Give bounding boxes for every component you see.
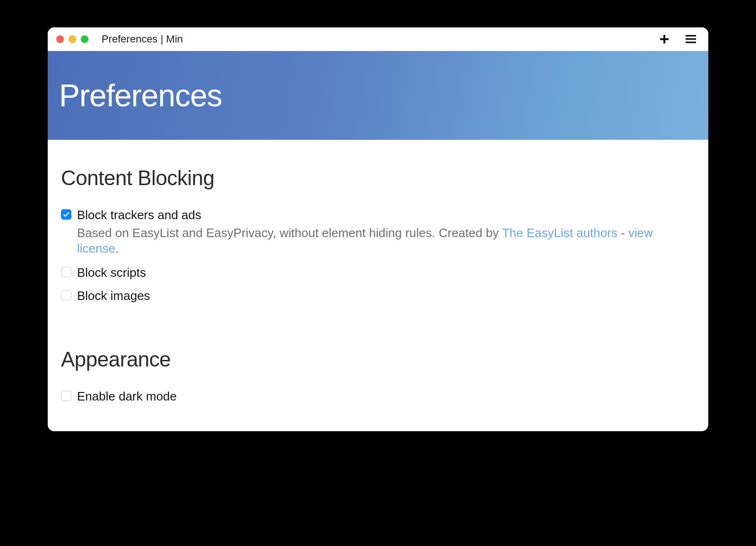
add-tab-button[interactable] bbox=[657, 32, 671, 46]
checkbox-block-trackers[interactable] bbox=[61, 209, 71, 220]
hero-banner: Preferences bbox=[48, 51, 708, 140]
section-title-content-blocking: Content Blocking bbox=[61, 166, 695, 190]
svg-rect-4 bbox=[686, 42, 696, 43]
option-label: Block scripts bbox=[77, 265, 695, 280]
hamburger-icon bbox=[686, 35, 696, 43]
checkbox-block-scripts[interactable] bbox=[61, 267, 71, 277]
window-controls bbox=[56, 35, 88, 43]
plus-icon bbox=[660, 34, 669, 44]
option-label: Enable dark mode bbox=[77, 389, 695, 404]
option-description: Based on EasyList and EasyPrivacy, witho… bbox=[77, 225, 695, 257]
option-block-images: Block images bbox=[61, 289, 695, 303]
option-dark-mode: Enable dark mode bbox=[61, 389, 695, 404]
title-bar: Preferences | Min bbox=[48, 27, 708, 51]
option-label: Block images bbox=[77, 289, 695, 303]
close-window-button[interactable] bbox=[56, 35, 64, 43]
svg-rect-3 bbox=[686, 38, 696, 40]
option-block-trackers: Block trackers and ads Based on EasyList… bbox=[61, 208, 695, 257]
section-title-appearance: Appearance bbox=[61, 348, 695, 371]
app-window: Preferences | Min Preferences Content bbox=[48, 27, 708, 431]
svg-rect-1 bbox=[660, 38, 669, 40]
preferences-content: Content Blocking Block trackers and ads … bbox=[48, 140, 708, 431]
minimize-window-button[interactable] bbox=[69, 35, 76, 43]
svg-rect-2 bbox=[686, 35, 696, 36]
option-block-scripts: Block scripts bbox=[61, 265, 695, 280]
page-title: Preferences bbox=[59, 77, 222, 113]
option-label: Block trackers and ads bbox=[77, 208, 695, 222]
toolbar-actions bbox=[657, 32, 698, 46]
window-title: Preferences | Min bbox=[102, 33, 183, 45]
check-icon bbox=[63, 211, 69, 218]
fullscreen-window-button[interactable] bbox=[81, 35, 88, 43]
easylist-authors-link[interactable]: The EasyList authors bbox=[502, 226, 617, 240]
menu-button[interactable] bbox=[684, 32, 698, 46]
checkbox-dark-mode[interactable] bbox=[61, 391, 71, 401]
checkbox-block-images[interactable] bbox=[61, 290, 71, 300]
